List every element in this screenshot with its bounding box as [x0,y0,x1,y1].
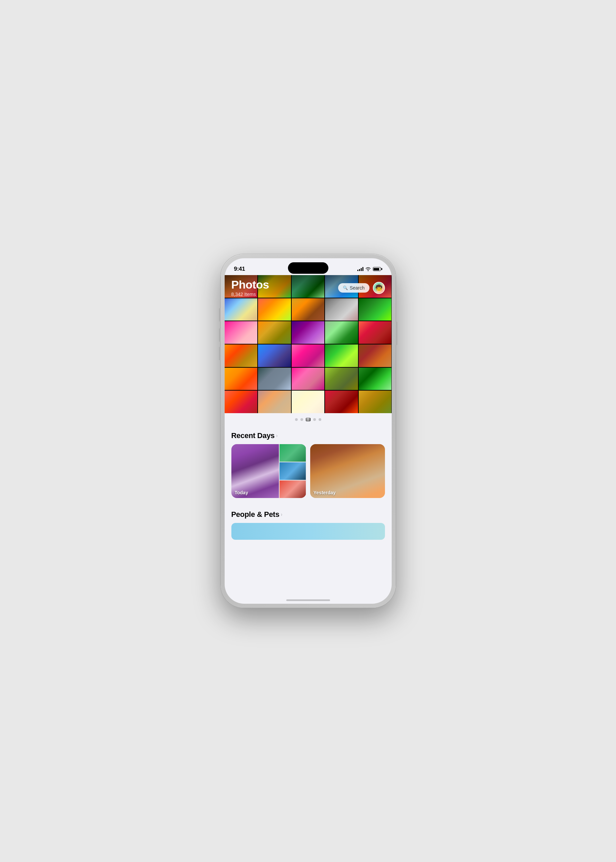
home-indicator [286,599,330,601]
photo-cell[interactable] [225,368,258,390]
header-overlay: Photos 8,342 Items 🔍 Search 🧒 [225,275,392,301]
pagination-dot-grid[interactable] [306,418,311,421]
today-side-1 [280,444,306,462]
photo-cell[interactable] [359,321,392,344]
photo-cell[interactable] [258,321,291,344]
photo-cell[interactable] [359,344,392,367]
phone-frame: 9:41 [221,254,396,608]
pagination [225,413,392,426]
yesterday-card[interactable]: Yesterday [310,444,385,498]
photo-cell[interactable] [292,298,325,321]
search-icon: 🔍 [343,286,348,290]
search-button[interactable]: 🔍 Search [338,283,369,293]
status-time: 9:41 [234,266,245,272]
svg-rect-1 [308,418,310,419]
dynamic-island [288,262,328,274]
photo-cell[interactable] [225,321,258,344]
today-side-3 [280,480,306,498]
photo-cell[interactable] [258,344,291,367]
photo-cell[interactable] [258,368,291,390]
pagination-dot-2[interactable] [300,418,303,421]
avatar[interactable]: 🧒 [373,282,385,294]
signal-icon [357,267,363,271]
pagination-dot-4[interactable] [313,418,316,421]
status-icons [357,267,382,271]
yesterday-label: Yesterday [314,490,336,495]
svg-rect-3 [308,419,310,421]
photo-cell[interactable] [325,344,358,367]
battery-icon [373,267,382,271]
photo-cell[interactable] [225,298,258,321]
today-card[interactable]: Today [231,444,306,498]
wifi-icon [365,267,371,271]
item-count: 8,342 Items [231,292,269,297]
recent-days-section: Recent Days › [225,426,392,505]
photo-cell[interactable] [292,344,325,367]
photo-cell[interactable] [292,321,325,344]
photo-cell[interactable] [292,368,325,390]
photo-cell[interactable] [325,321,358,344]
people-pets-section: People & Pets › [225,505,392,540]
recent-days-row: Today Yesterday [231,444,385,505]
people-pets-preview [231,523,385,540]
people-pets-header[interactable]: People & Pets › [231,505,385,523]
photo-cell[interactable] [325,298,358,321]
photo-cell[interactable] [225,344,258,367]
photo-cell[interactable] [359,368,392,390]
photo-cell[interactable] [225,391,258,413]
today-label: Today [235,490,248,495]
photo-cell[interactable] [359,298,392,321]
photo-cell[interactable] [325,368,358,390]
main-content[interactable]: Photos 8,342 Items 🔍 Search 🧒 [225,275,392,604]
search-label: Search [350,285,365,290]
people-pets-chevron: › [281,512,282,518]
pagination-dot-5[interactable] [319,418,321,421]
svg-rect-2 [306,419,308,421]
recent-days-chevron: › [276,433,278,439]
recent-days-header[interactable]: Recent Days › [231,426,385,444]
today-side-photos [280,444,306,498]
header-row: Photos 8,342 Items 🔍 Search 🧒 [231,278,385,297]
phone-screen: 9:41 [225,258,392,604]
photo-cell[interactable] [258,391,291,413]
people-pets-title: People & Pets [231,510,280,519]
header-right: 🔍 Search 🧒 [338,282,385,294]
title-block: Photos 8,342 Items [231,278,269,297]
photo-cell[interactable] [292,391,325,413]
today-side-2 [280,462,306,480]
page-title: Photos [231,278,269,291]
photo-grid-section[interactable]: Photos 8,342 Items 🔍 Search 🧒 [225,275,392,413]
recent-days-title: Recent Days [231,431,275,440]
pagination-dot-1[interactable] [295,418,298,421]
photo-cell[interactable] [359,391,392,413]
photo-cell[interactable] [325,391,358,413]
svg-rect-0 [306,418,308,419]
photo-cell[interactable] [258,298,291,321]
